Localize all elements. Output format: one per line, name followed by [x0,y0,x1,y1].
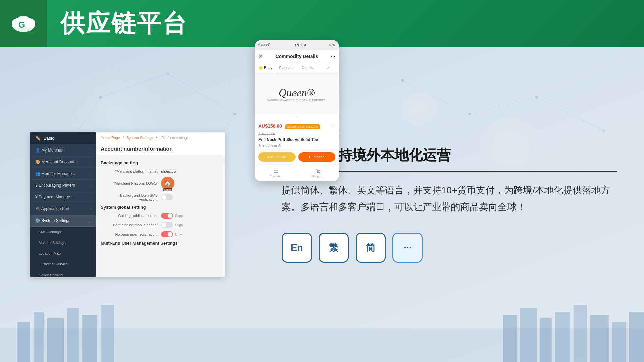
phone-battery: 67% [329,43,335,47]
header-title: 供应链平台 [60,7,188,40]
sidebar-item-merchant[interactable]: 👤 My Merchant › [30,144,96,156]
breadcrumb: Home Page / System Settings / Platform s… [96,132,225,143]
phone-tab-share[interactable]: ↗ [318,63,339,73]
sidebar-submenu: SMS Settings Mailbox Settings Location M… [30,227,96,277]
lang-button-en[interactable]: En [282,233,312,263]
sidebar-item-system[interactable]: ⚙️ System Settings ∨ [30,215,96,227]
global-section-title: System global setting [101,205,220,210]
sms-label: Background login SMS verification: [101,193,161,201]
guiding-toggle[interactable] [161,213,173,219]
brand-logo-text: Queen® [267,86,327,99]
phone-price-area: AU$150.00 Shipping Currency10% ♡ [255,120,339,132]
merchant-name-label: *Merchant platform name: [101,169,161,173]
lang-button-simplified[interactable]: 简 [356,233,386,263]
phone-nav-shopping[interactable]: 🛍 Shoppi... [297,165,339,181]
logo-icon: 🏠 [164,180,171,187]
phone-original-price: AU$180.00 [255,132,339,136]
phone-tabs: 🌟 Baby Evaluate Details ↗ [255,63,339,74]
purchase-button[interactable]: Purchase [298,152,335,162]
phone-product-name: Frill Neck Puff Sleeve Solid Tee [255,136,339,143]
boot-toggle[interactable] [161,222,173,228]
sidebar-item-encouraging[interactable]: ¥ Encouraging Pattern › [30,180,96,191]
phone-time: 下午7:23 [294,43,306,47]
sidebar-item-member[interactable]: 👥 Member Manage... › [30,168,96,180]
phone-bottom-nav: ☰ Custom... 🛍 Shoppi... [255,164,339,181]
phone-mockup: 中国联通 下午7:23 67% ✕ Commodity Details ··· … [255,40,339,181]
sidebar-sub-customer[interactable]: Customer Service ... [30,259,96,269]
sidebar-basic-label: ✏️ Basic [35,136,54,141]
guiding-value: Supp [175,214,183,218]
boot-value: Supp [175,223,183,227]
language-buttons: En 繁 简 ··· [282,233,617,263]
sidebar-sub-mailbox[interactable]: Mailbox Settings [30,237,96,248]
phone-share-icon: ↗ [327,66,330,70]
sidebar-item-payment[interactable]: ¥ Payment Manage... › [30,191,96,203]
main-panel: Home Page / System Settings / Platform s… [96,132,225,277]
guiding-label: Guiding public attention: [101,214,161,218]
h5-row: H5 open user registration: Only [101,231,220,237]
phone-tab-baby-label: 🌟 Baby [258,66,272,70]
merchant-logo-row: *Merchant Platform LOGO: 🏠 Delete [101,177,220,190]
phone-back-icon[interactable]: ✕ [258,53,263,59]
phone-tab-baby[interactable]: 🌟 Baby [255,63,276,73]
phone-more-icon[interactable]: ··· [331,53,335,59]
breadcrumb-current: Platform setting [161,136,187,140]
sidebar-sub-notice[interactable]: Notice Remind [30,269,96,277]
sidebar-sub-location[interactable]: Location Map [30,248,96,259]
custom-nav-icon: ☰ [274,168,278,174]
sms-row: Background login SMS verification: [101,193,220,201]
multi-end-title: Multi-End User Management Settings [101,241,220,246]
backstage-section-title: Backstage setting [101,160,220,165]
main-content: ✏️ Basic 👤 My Merchant › 🎨 Merchant Deco… [0,47,644,362]
h5-value: Only [175,233,182,236]
lang-button-traditional[interactable]: 繁 [319,233,349,263]
h5-label: H5 open user registration: [101,232,161,236]
admin-ui-mockup: ✏️ Basic 👤 My Merchant › 🎨 Merchant Deco… [30,132,225,277]
sidebar-item-decoration[interactable]: 🎨 Merchant Decorati... › [30,156,96,168]
boot-label: Boot binding mobile phone: [101,223,161,227]
sidebar-basic-item[interactable]: ✏️ Basic [30,132,96,144]
header: G 竞云 供应链平台 [0,0,644,47]
lang-en-label: En [291,242,303,253]
phone-image-dots: ● [255,114,339,120]
add-to-cart-button[interactable]: Add To Cart [258,152,296,162]
phone-tab-details[interactable]: Details [297,63,318,73]
svg-text:G: G [18,20,25,30]
sidebar-item-port[interactable]: 🔌 Application Port › [30,203,96,215]
content-area: Backstage setting *Merchant platform nam… [96,155,225,253]
lang-more-label: ··· [404,242,411,253]
svg-text:竞云: 竞云 [27,30,34,34]
phone-nav-custom[interactable]: ☰ Custom... [255,165,297,181]
phone-shipping-badge: Shipping Currency10% [285,124,320,129]
phone-product-image: Queen® FASHION CHANGES BUT STYLE ENDURES… [255,74,339,114]
phone-status-bar: 中国联通 下午7:23 67% [255,40,339,50]
merchant-logo-label: *Merchant Platform LOGO: [101,181,161,185]
phone-cart-buttons: Add To Cart Purchase [255,149,339,164]
breadcrumb-system[interactable]: System Settings [126,136,153,140]
phone-carrier: 中国联通 [258,43,270,47]
phone-tab-evaluate[interactable]: Evaluate [276,63,297,73]
merchant-name-value: shopclub [161,169,176,173]
phone-tab-details-label: Details [302,66,313,70]
boot-row: Boot binding mobile phone: Supp [101,222,220,228]
merchant-name-row: *Merchant platform name: shopclub [101,169,220,173]
phone-price: AU$150.00 [258,123,282,129]
phone-header-title: Commodity Details [275,54,318,59]
heart-icon[interactable]: ♡ [330,122,335,130]
brand-slogan: FASHION CHANGES BUT STYLE ENDURES. [267,99,327,101]
merchant-logo-circle[interactable]: 🏠 Delete [161,177,174,190]
sms-toggle[interactable] [161,194,173,200]
logo-delete-label: Delete [163,188,172,191]
breadcrumb-home[interactable]: Home Page [101,136,120,140]
lang-simplified-label: 简 [366,241,375,254]
lang-button-more[interactable]: ··· [392,233,423,263]
h5-toggle[interactable] [161,231,173,237]
right-description: 提供简体、繁体、英文等语言，并支持10+货币支付，为跨境/本地化提供落地方案。多… [282,182,617,216]
brand-logo-icon: G 竞云 [8,8,39,39]
page-title: Account numberInformation [96,143,225,155]
sidebar-sub-sms[interactable]: SMS Settings [30,227,96,237]
phone-sales: Sales Volume5 [255,143,339,148]
left-panel: ✏️ Basic 👤 My Merchant › 🎨 Merchant Deco… [0,47,255,362]
header-title-area: 供应链平台 [47,0,188,47]
custom-nav-label: Custom... [269,175,282,178]
